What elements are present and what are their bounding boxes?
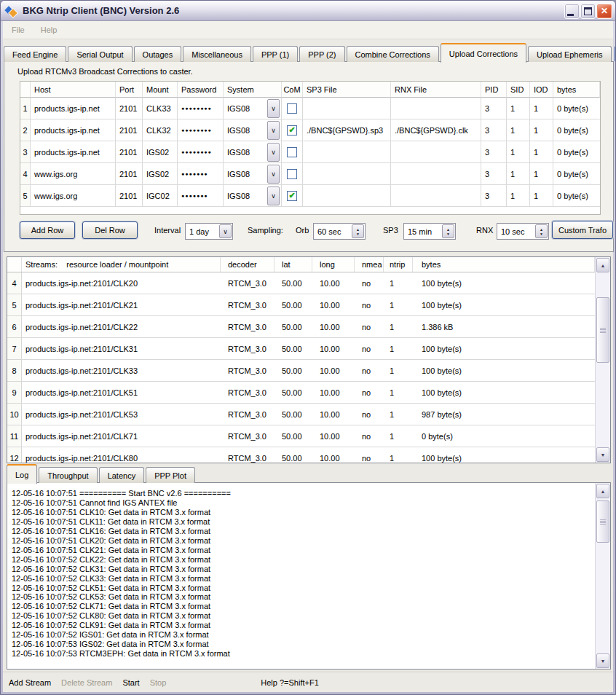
system-cell[interactable]: IGS08 ∨ [224, 185, 282, 207]
tab-upload-ephemeris[interactable]: Upload Ephemeris [528, 46, 612, 62]
maximize-button[interactable] [580, 4, 596, 19]
port-cell[interactable]: 2101 [116, 119, 143, 141]
port-cell[interactable]: 2101 [116, 98, 143, 119]
stop-action[interactable]: Stop [150, 678, 167, 687]
add-row-button[interactable]: Add Row [20, 221, 75, 239]
com-checkbox[interactable]: ✔ [287, 125, 297, 136]
scrollbar-thumb[interactable] [596, 500, 609, 543]
sp3-file-cell[interactable] [303, 98, 391, 119]
com-checkbox[interactable] [287, 103, 297, 114]
system-cell[interactable]: IGS08 ∨ [224, 98, 282, 119]
iod-cell[interactable]: 1 [530, 163, 553, 185]
sp3-spinbox[interactable]: 15 min ▲▼ [403, 223, 456, 240]
stream-row[interactable]: 6 products.igs-ip.net:2101/CLK22 RTCM_3.… [7, 316, 595, 338]
mount-cell[interactable]: IGS02 [143, 141, 178, 163]
port-cell[interactable]: 2101 [116, 141, 143, 163]
sid-cell[interactable]: 1 [507, 98, 530, 119]
rnx-file-cell[interactable] [391, 98, 481, 119]
rnx-file-cell[interactable] [391, 163, 481, 185]
host-cell[interactable]: www.igs.org [31, 163, 116, 185]
scroll-down-icon[interactable]: ▼ [596, 653, 609, 668]
scrollbar-thumb[interactable] [596, 297, 609, 363]
port-cell[interactable]: 2101 [116, 185, 143, 207]
password-cell[interactable]: ●●●●●●●● [178, 141, 224, 163]
pid-cell[interactable]: 3 [481, 98, 507, 119]
com-checkbox[interactable]: ✔ [287, 191, 297, 201]
sid-cell[interactable]: 1 [507, 141, 530, 163]
iod-cell[interactable]: 1 [530, 98, 553, 119]
scroll-up-icon[interactable]: ▲ [596, 484, 609, 498]
stream-row[interactable]: 11 products.igs-ip.net:2101/CLK71 RTCM_3… [7, 425, 595, 447]
sp3-file-cell[interactable] [303, 185, 391, 207]
menu-file[interactable]: File [4, 23, 32, 36]
mount-cell[interactable]: CLK33 [143, 98, 178, 119]
pid-cell[interactable]: 3 [481, 141, 507, 163]
pid-cell[interactable]: 3 [481, 163, 507, 185]
mount-cell[interactable]: CLK32 [143, 119, 178, 141]
tab-ppp-plot[interactable]: PPP Plot [146, 467, 195, 483]
sid-cell[interactable]: 1 [507, 119, 530, 141]
host-cell[interactable]: www.igs.org [31, 185, 116, 207]
chevron-down-icon[interactable]: ∨ [267, 121, 280, 140]
com-checkbox[interactable] [287, 169, 297, 179]
mount-cell[interactable]: IGC02 [143, 185, 178, 207]
log-scrollbar[interactable]: ▲ ▼ [595, 483, 610, 669]
tab-latency[interactable]: Latency [99, 467, 145, 483]
chevron-down-icon[interactable]: ∨ [219, 224, 232, 238]
tab-serial-output[interactable]: Serial Output [68, 46, 132, 62]
tab-feed-engine[interactable]: Feed Engine [4, 46, 66, 62]
sid-cell[interactable]: 1 [507, 163, 530, 185]
sp3-file-cell[interactable] [303, 141, 391, 163]
tab-ppp-2[interactable]: PPP (2) [299, 46, 344, 62]
tab-log[interactable]: Log [7, 464, 37, 484]
password-cell[interactable]: ●●●●●●● [178, 185, 224, 207]
password-cell[interactable]: ●●●●●●● [178, 163, 224, 185]
system-cell[interactable]: IGS08 ∨ [224, 141, 282, 163]
sp3-file-cell[interactable]: ./BNC${GPSWD}.sp3 [303, 119, 391, 141]
host-cell[interactable]: products.igs-ip.net [31, 119, 116, 141]
host-cell[interactable]: products.igs-ip.net [31, 98, 116, 119]
mount-cell[interactable]: IGS02 [143, 163, 178, 185]
chevron-down-icon[interactable]: ∨ [267, 143, 280, 162]
delete-stream-action[interactable]: Delete Stream [61, 678, 112, 687]
tab-miscellaneous[interactable]: Miscellaneous [183, 46, 251, 62]
spinner-arrows-icon[interactable]: ▲▼ [535, 224, 548, 238]
menu-help[interactable]: Help [33, 23, 65, 36]
streams-scrollbar[interactable]: ▲ ▼ [595, 257, 610, 463]
spinner-arrows-icon[interactable]: ▲▼ [442, 224, 454, 238]
pid-cell[interactable]: 3 [481, 185, 507, 207]
rnx-spinbox[interactable]: 10 sec ▲▼ [497, 223, 549, 240]
sid-cell[interactable]: 1 [507, 185, 530, 207]
stream-row[interactable]: 7 products.igs-ip.net:2101/CLK31 RTCM_3.… [7, 338, 595, 360]
chevron-down-icon[interactable]: ∨ [267, 186, 280, 205]
tab-ppp-1[interactable]: PPP (1) [253, 46, 298, 62]
rnx-file-cell[interactable] [391, 185, 481, 207]
stream-row[interactable]: 8 products.igs-ip.net:2101/CLK33 RTCM_3.… [7, 360, 595, 382]
tab-upload-corrections[interactable]: Upload Corrections [441, 43, 526, 63]
chevron-down-icon[interactable]: ∨ [267, 99, 280, 118]
scrollbar-track[interactable] [596, 499, 610, 653]
sp3-file-cell[interactable] [303, 163, 391, 185]
stream-row[interactable]: 4 products.igs-ip.net:2101/CLK20 RTCM_3.… [7, 272, 595, 294]
iod-cell[interactable]: 1 [530, 119, 553, 141]
chevron-down-icon[interactable]: ∨ [267, 165, 280, 184]
tab-throughput[interactable]: Throughput [39, 467, 97, 483]
scroll-down-icon[interactable]: ▼ [596, 447, 609, 462]
custom-trafo-button[interactable]: Custom Trafo [552, 221, 613, 239]
scrollbar-track[interactable] [596, 273, 610, 447]
orb-spinbox[interactable]: 60 sec ▲▼ [313, 223, 366, 240]
tab-outages[interactable]: Outages [134, 46, 182, 62]
rnx-file-cell[interactable]: ./BNC${GPSWD}.clk [391, 119, 481, 141]
password-cell[interactable]: ●●●●●●●● [178, 119, 224, 141]
add-stream-action[interactable]: Add Stream [9, 678, 51, 687]
host-cell[interactable]: products.igs-ip.net [31, 141, 116, 163]
rnx-file-cell[interactable] [391, 141, 481, 163]
stream-row[interactable]: 10 products.igs-ip.net:2101/CLK53 RTCM_3… [7, 404, 595, 425]
close-button[interactable]: ✕ [596, 4, 612, 19]
port-cell[interactable]: 2101 [116, 163, 143, 185]
stream-row[interactable]: 9 products.igs-ip.net:2101/CLK51 RTCM_3.… [7, 382, 595, 404]
tab-combine-corrections[interactable]: Combine Corrections [347, 46, 439, 62]
start-action[interactable]: Start [122, 678, 139, 687]
system-cell[interactable]: IGS08 ∨ [224, 163, 282, 185]
spinner-arrows-icon[interactable]: ▲▼ [352, 224, 364, 238]
